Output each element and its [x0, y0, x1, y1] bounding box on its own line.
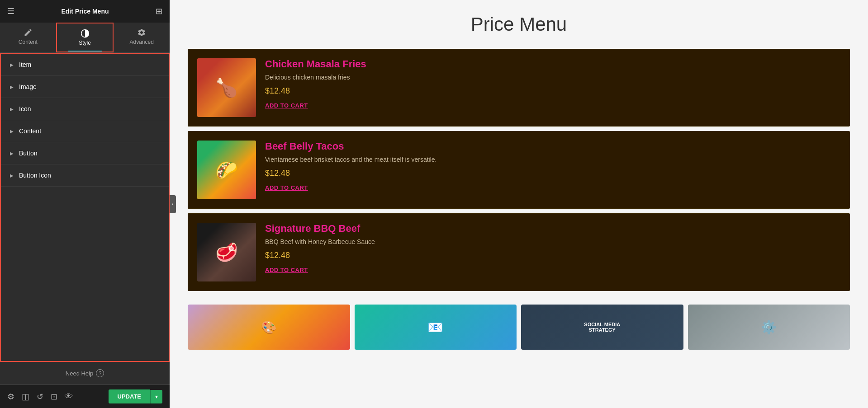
tab-style[interactable]: Style — [56, 23, 114, 52]
sidebar-item-image[interactable]: ▶ Image — [1, 76, 169, 98]
thumbnail-gear[interactable]: ⚙️ — [688, 305, 850, 350]
chevron-button-icon: ▶ — [10, 151, 14, 156]
history-icon[interactable]: ↺ — [37, 392, 43, 402]
eye-icon[interactable]: 👁 — [65, 392, 73, 401]
add-to-cart-chicken[interactable]: ADD TO CART — [265, 102, 308, 109]
bottom-toolbar: ⚙ ◫ ↺ ⊡ 👁 UPDATE ▾ — [0, 385, 170, 408]
menu-item-name-tacos: Beef Belly Tacos — [265, 141, 840, 152]
need-help-label: Need Help — [66, 370, 93, 377]
panel-header: ☰ Edit Price Menu ⊞ — [0, 0, 170, 23]
sidebar-item-icon[interactable]: ▶ Icon — [1, 98, 169, 120]
menu-item-content-tacos: Beef Belly Tacos Vientamese beef brisket… — [265, 141, 840, 192]
toolbar-left-icons: ⚙ ◫ ↺ ⊡ 👁 — [7, 392, 73, 402]
menu-item-bbq: 🥩 Signature BBQ Beef BBQ Beef with Honey… — [188, 213, 850, 291]
chevron-button-icon-icon: ▶ — [10, 173, 14, 178]
sidebar-item-item[interactable]: ▶ Item — [1, 54, 169, 76]
menu-item-image-tacos: 🌮 — [197, 141, 256, 199]
update-button[interactable]: UPDATE — [109, 389, 150, 403]
help-circle-icon[interactable]: ? — [96, 369, 104, 377]
style-icon — [81, 29, 90, 38]
bbq-image-placeholder: 🥩 — [197, 223, 256, 281]
thumbnail-social[interactable]: SOCIAL MEDIASTRATEGY — [521, 305, 683, 350]
menu-item-content-chicken: Chicken Masala Fries Delicious chicken m… — [265, 58, 840, 109]
gears-icon: ⚙️ — [688, 305, 850, 350]
add-to-cart-bbq[interactable]: ADD TO CART — [265, 267, 308, 273]
responsive-icon[interactable]: ⊡ — [51, 392, 57, 402]
tab-advanced[interactable]: Advanced — [114, 23, 170, 52]
chevron-image-icon: ▶ — [10, 84, 14, 89]
layers-icon[interactable]: ◫ — [22, 392, 29, 402]
menu-item-desc-tacos: Vientamese beef brisket tacos and the me… — [265, 156, 840, 163]
chicken-image-placeholder: 🍗 — [197, 58, 256, 117]
sidebar-item-item-label: Item — [19, 61, 31, 68]
tab-style-label: Style — [79, 40, 91, 46]
sidebar-item-image-label: Image — [19, 83, 37, 90]
panel-title: Edit Price Menu — [61, 8, 109, 15]
menu-item-tacos: 🌮 Beef Belly Tacos Vientamese beef brisk… — [188, 131, 850, 209]
page-title: Price Menu — [188, 14, 850, 35]
creative-icon: 🎨 — [188, 305, 350, 350]
tacos-image-placeholder: 🌮 — [197, 141, 256, 199]
menu-item-price-tacos: $12.48 — [265, 169, 840, 178]
update-arrow-button[interactable]: ▾ — [150, 390, 162, 403]
pencil-icon — [24, 28, 33, 37]
sidebar-item-button[interactable]: ▶ Button — [1, 142, 169, 164]
menu-item-image-chicken: 🍗 — [197, 58, 256, 117]
chevron-icon-icon: ▶ — [10, 107, 14, 112]
gear-icon — [137, 28, 146, 37]
tab-advanced-label: Advanced — [129, 39, 153, 45]
menu-item-image-bbq: 🥩 — [197, 223, 256, 281]
right-panel: Price Menu 🍗 Chicken Masala Fries Delici… — [170, 0, 868, 408]
menu-item-content-bbq: Signature BBQ Beef BBQ Beef with Honey B… — [265, 223, 840, 274]
tab-content-label: Content — [19, 39, 38, 45]
sidebar-item-button-icon-label: Button Icon — [19, 172, 51, 179]
bottom-thumbnails: 🎨 📧 SOCIAL MEDIASTRATEGY ⚙️ — [188, 305, 850, 350]
email-icon: 📧 — [355, 305, 517, 350]
tabs-row: Content Style Advanced — [0, 23, 170, 53]
grid-icon[interactable]: ⊞ — [156, 6, 162, 16]
menu-item-name-chicken: Chicken Masala Fries — [265, 58, 840, 70]
settings-icon[interactable]: ⚙ — [7, 392, 14, 402]
menu-item-name-bbq: Signature BBQ Beef — [265, 223, 840, 234]
menu-item-price-chicken: $12.48 — [265, 86, 840, 96]
tab-content[interactable]: Content — [0, 23, 56, 52]
menu-item-desc-chicken: Delicious chicken masala fries — [265, 74, 840, 81]
thumbnail-email[interactable]: 📧 — [355, 305, 517, 350]
menu-item-desc-bbq: BBQ Beef with Honey Barbecue Sauce — [265, 238, 840, 245]
add-to-cart-tacos[interactable]: ADD TO CART — [265, 184, 308, 191]
chevron-item-icon: ▶ — [10, 62, 14, 67]
sidebar-items-list: ▶ Item ▶ Image ▶ Icon ▶ Content ▶ Button… — [0, 53, 170, 362]
chevron-content-icon: ▶ — [10, 129, 14, 134]
social-media-label: SOCIAL MEDIASTRATEGY — [584, 322, 620, 333]
sidebar-item-content-label: Content — [19, 127, 41, 135]
price-menu-container: 🍗 Chicken Masala Fries Delicious chicken… — [188, 49, 850, 291]
sidebar-item-icon-label: Icon — [19, 105, 31, 113]
menu-item-chicken: 🍗 Chicken Masala Fries Delicious chicken… — [188, 49, 850, 127]
thumbnail-creative[interactable]: 🎨 — [188, 305, 350, 350]
sidebar-item-button-label: Button — [19, 150, 37, 157]
need-help-section: Need Help ? — [0, 362, 170, 385]
collapse-handle[interactable]: ‹ — [170, 195, 176, 213]
update-button-group: UPDATE ▾ — [109, 389, 162, 403]
sidebar-item-button-icon[interactable]: ▶ Button Icon — [1, 164, 169, 187]
left-panel: ☰ Edit Price Menu ⊞ Content Style Advanc… — [0, 0, 170, 408]
hamburger-icon[interactable]: ☰ — [7, 6, 14, 16]
sidebar-item-content[interactable]: ▶ Content — [1, 120, 169, 142]
menu-item-price-bbq: $12.48 — [265, 251, 840, 260]
